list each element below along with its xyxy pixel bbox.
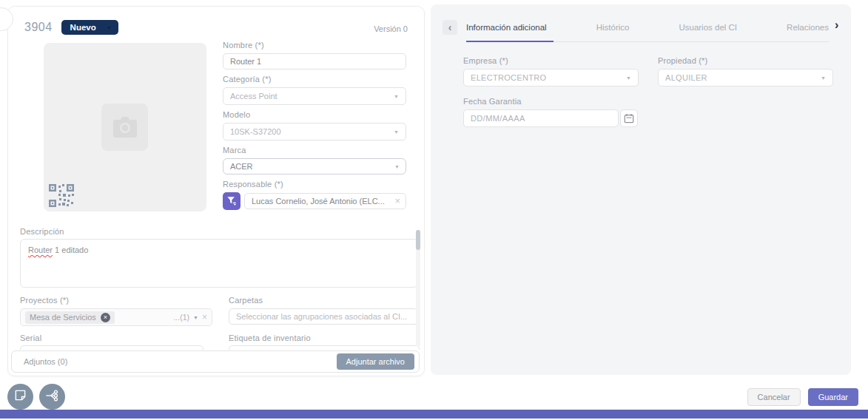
version-label: Versión 0: [374, 24, 408, 33]
ci-main-card: 3904 Nuevo ▼ Versión 0: [7, 6, 425, 376]
fecha-garantia-group: [463, 109, 833, 127]
close-icon[interactable]: ×: [202, 312, 207, 322]
additional-info-fields: Empresa (*) ELECTROCENTRO ▼ Propiedad (*…: [463, 56, 833, 127]
proyecto-tag-label: Mesa de Servicios: [30, 313, 96, 322]
etiqueta-input[interactable]: [229, 345, 420, 350]
etiqueta-label: Etiqueta de inventario: [229, 333, 311, 342]
empresa-value: ELECTROCENTRO: [471, 73, 546, 82]
categoria-label: Categoría (*): [223, 75, 406, 84]
descripcion-word-flagged: Router: [28, 245, 53, 254]
chevron-left-icon: ‹: [448, 21, 452, 33]
tabs-divider: [466, 41, 829, 42]
footer-actions: Cancelar Guardar: [747, 388, 858, 406]
propiedad-label: Propiedad (*): [658, 56, 833, 65]
proyectos-more-count: ...(1): [173, 313, 189, 322]
remove-tag-icon[interactable]: ×: [101, 313, 110, 322]
chevron-down-icon: ▼: [107, 25, 112, 30]
chevron-down-icon: ▼: [626, 75, 631, 81]
marca-input[interactable]: [223, 158, 406, 175]
marca-combobox[interactable]: ▼: [223, 158, 406, 175]
propiedad-value: ALQUILER: [665, 73, 707, 82]
carpetas-label: Carpetas: [229, 296, 263, 305]
serial-input[interactable]: [20, 345, 203, 350]
camera-icon: [101, 104, 148, 151]
attachments-bar: Adjuntos (0) Adjuntar archivo: [11, 350, 420, 373]
descripcion-label: Descripción: [20, 227, 64, 236]
proyecto-tag: Mesa de Servicios ×: [25, 311, 115, 324]
card-header: 3904 Nuevo ▼: [24, 20, 118, 35]
propiedad-select[interactable]: ALQUILER ▼: [658, 69, 833, 87]
serial-label: Serial: [20, 333, 41, 342]
save-button[interactable]: Guardar: [808, 388, 858, 406]
active-tab-underline: [466, 41, 554, 42]
attach-file-button[interactable]: Adjuntar archivo: [337, 353, 415, 370]
descripcion-textarea[interactable]: Router 1 editado: [20, 239, 418, 288]
fecha-garantia-input[interactable]: [463, 109, 619, 127]
proyectos-multiselect[interactable]: Mesa de Servicios × ...(1) ▼ ×: [20, 308, 212, 326]
empresa-select[interactable]: ELECTROCENTRO ▼: [463, 69, 639, 87]
responsable-label: Responsable (*): [223, 180, 406, 189]
tab-usuarios-del-ci[interactable]: Usuarios del CI: [679, 23, 737, 32]
categoria-select[interactable]: Access Point ▼: [223, 87, 406, 105]
nombre-input[interactable]: [223, 53, 406, 70]
categoria-value: Access Point: [230, 92, 277, 101]
filter-user-icon[interactable]: [223, 192, 240, 210]
carpetas-input[interactable]: [229, 308, 418, 325]
cancel-button[interactable]: Cancelar: [747, 388, 801, 406]
chevron-down-icon: ▼: [394, 94, 399, 99]
notes-button[interactable]: [7, 384, 33, 410]
tabs-scroll-right-button[interactable]: ›: [835, 18, 838, 32]
attachments-count: Adjuntos (0): [24, 357, 67, 366]
chevron-down-icon: ▼: [394, 129, 399, 135]
responsable-input[interactable]: [244, 193, 406, 209]
ci-id: 3904: [24, 21, 53, 34]
details-panel: ‹ Información adicional Histórico Usuari…: [431, 4, 851, 375]
bottom-accent-bar: [0, 410, 868, 419]
empresa-label: Empresa (*): [463, 56, 639, 65]
tab-relaciones[interactable]: Relaciones: [787, 23, 829, 32]
tabs-scroll-left-button[interactable]: ‹: [443, 20, 457, 35]
status-dropdown[interactable]: Nuevo ▼: [61, 20, 118, 35]
relations-button[interactable]: [39, 384, 65, 410]
note-icon: [14, 389, 27, 404]
chevron-right-icon: ›: [835, 18, 838, 31]
nombre-label: Nombre (*): [223, 41, 406, 50]
descripcion-text: 1 editado: [53, 245, 88, 254]
modelo-select[interactable]: 10SK-S37200 ▼: [223, 123, 406, 140]
status-label: Nuevo: [70, 23, 96, 32]
relations-share-icon: [45, 389, 59, 405]
tab-historico[interactable]: Histórico: [596, 23, 630, 32]
chevron-down-icon[interactable]: ▼: [193, 315, 198, 320]
modelo-label: Modelo: [223, 110, 406, 119]
scroll-section: Descripción Router 1 editado Proyectos (…: [13, 226, 421, 350]
calendar-icon[interactable]: [620, 109, 638, 127]
scrollbar-thumb[interactable]: [416, 230, 420, 250]
ci-image-placeholder[interactable]: [44, 43, 206, 211]
close-icon[interactable]: ×: [394, 196, 400, 206]
modelo-value: 10SK-S37200: [230, 127, 281, 136]
tabs: Información adicional Histórico Usuarios…: [466, 16, 829, 38]
chevron-down-icon: ▼: [394, 164, 400, 169]
main-fields: Nombre (*) Categoría (*) Access Point ▼ …: [223, 41, 406, 210]
ci-edit-screen: 3904 Nuevo ▼ Versión 0: [0, 0, 868, 420]
qr-code-icon[interactable]: [49, 184, 75, 207]
tab-informacion-adicional[interactable]: Información adicional: [466, 23, 547, 32]
chevron-down-icon: ▼: [821, 75, 826, 81]
fecha-garantia-label: Fecha Garantia: [463, 97, 833, 106]
left-panel-scrollbar[interactable]: [416, 230, 420, 347]
proyectos-label: Proyectos (*): [20, 296, 69, 305]
responsable-row: ×: [223, 192, 406, 210]
marca-label: Marca: [223, 146, 406, 155]
